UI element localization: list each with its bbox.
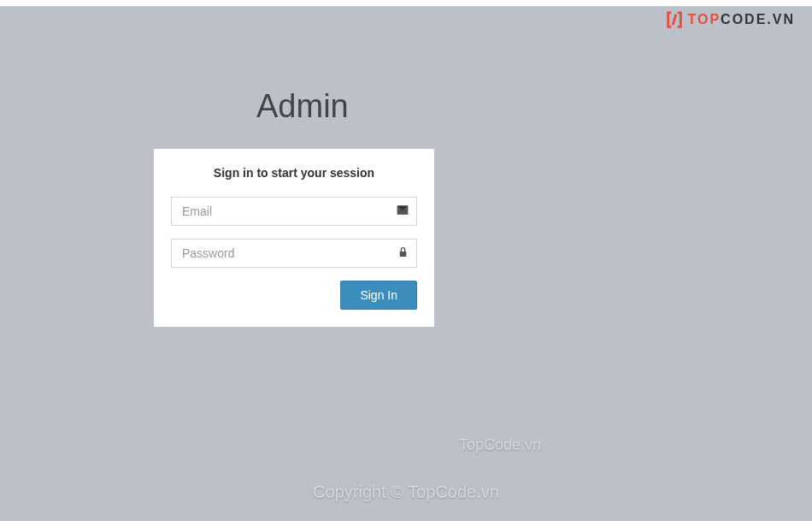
- watermark-center: TopCode.vn: [459, 436, 541, 454]
- email-form-group: [171, 197, 417, 226]
- password-form-group: [171, 239, 417, 268]
- email-field[interactable]: [171, 197, 417, 226]
- watermark-logo: TOPCODE.VN: [665, 10, 795, 29]
- login-box: Sign in to start your session: [154, 149, 434, 327]
- lock-icon: [397, 246, 409, 261]
- svg-rect-0: [400, 252, 407, 257]
- signin-button[interactable]: Sign In: [340, 281, 417, 310]
- content-area: Admin Sign in to start your session: [0, 7, 812, 327]
- watermark-logo-text: TOPCODE.VN: [687, 12, 795, 27]
- password-field[interactable]: [171, 239, 417, 268]
- envelope-icon: [397, 204, 409, 219]
- form-actions: Sign In: [171, 281, 417, 310]
- watermark-copyright: Copyright © TopCode.vn: [313, 483, 499, 502]
- login-subtitle: Sign in to start your session: [171, 166, 417, 180]
- code-bracket-icon: [665, 10, 684, 29]
- bookmarks-bar: [0, 0, 812, 7]
- page-title: Admin: [256, 88, 812, 125]
